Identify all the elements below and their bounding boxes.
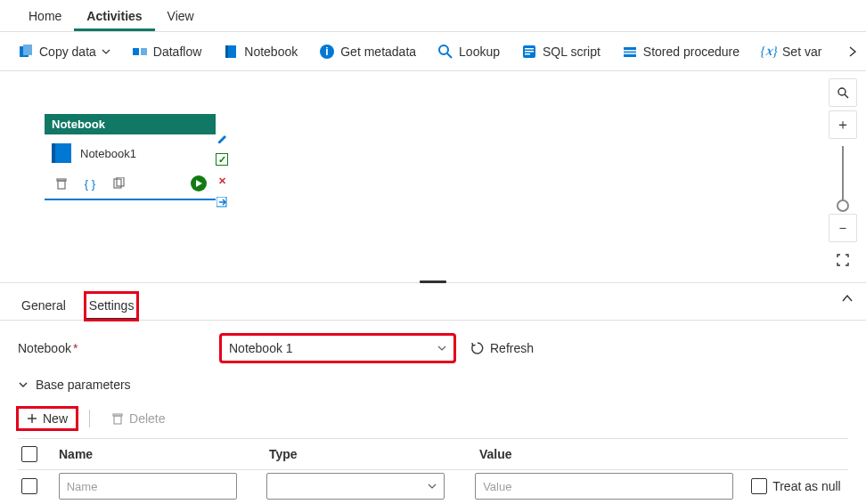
select-all-checkbox[interactable] <box>21 446 37 462</box>
run-icon[interactable] <box>191 175 207 191</box>
refresh-label: Refresh <box>490 341 534 355</box>
button-label: Delete <box>129 411 165 426</box>
toolbar-scroll-right[interactable] <box>845 32 861 70</box>
notebook-icon <box>223 44 239 60</box>
dropdown-value: Notebook 1 <box>229 341 293 355</box>
toolbar-label: Copy data <box>39 45 96 59</box>
node-title: Notebook1 <box>80 147 136 160</box>
toolbar-label: SQL script <box>543 45 600 59</box>
param-buttons-row: New Delete <box>0 395 866 438</box>
svg-rect-29 <box>114 416 121 424</box>
stored-proc-icon <box>622 44 638 60</box>
node-actions: { } <box>45 170 216 199</box>
svg-rect-14 <box>624 47 636 50</box>
toolbar-get-metadata[interactable]: i Get metadata <box>312 40 423 63</box>
chevron-down-icon <box>18 379 29 390</box>
copy-icon[interactable] <box>110 175 127 191</box>
header-value: Value <box>479 447 732 461</box>
toolbar-dataflow[interactable]: Dataflow <box>125 40 208 63</box>
toolbar-stored-procedure[interactable]: Stored procedure <box>615 40 747 63</box>
plus-icon <box>27 413 37 424</box>
toolbar-lookup[interactable]: Lookup <box>430 40 507 63</box>
svg-rect-2 <box>133 48 139 55</box>
pipeline-canvas[interactable]: Notebook Notebook1 { } ✓ ✕ <box>0 71 866 283</box>
nav-tab-activities[interactable]: Activities <box>74 2 154 31</box>
chevron-down-icon <box>102 47 110 56</box>
svg-rect-18 <box>57 179 66 181</box>
header-name: Name <box>59 447 251 461</box>
svg-rect-16 <box>624 54 636 57</box>
properties-panel: General Settings Notebook* Notebook 1 Re… <box>0 283 866 502</box>
toolbar-label: Notebook <box>244 45 298 59</box>
svg-rect-15 <box>624 51 636 53</box>
svg-point-8 <box>439 45 448 54</box>
value-input[interactable]: Value <box>475 473 733 500</box>
zoom-out-button[interactable]: － <box>829 214 857 242</box>
row-checkbox[interactable] <box>21 478 37 494</box>
cell-name: Name <box>59 473 249 500</box>
panel-tab-settings[interactable]: Settings <box>86 293 138 320</box>
cell-value: Value <box>475 473 733 500</box>
table-row: Name Value Treat as null <box>18 470 848 502</box>
search-icon <box>437 44 453 60</box>
nav-tab-view[interactable]: View <box>155 2 207 31</box>
copy-data-icon <box>18 44 34 60</box>
canvas-zoom-tools: ＋ － <box>829 78 857 274</box>
panel-tab-general[interactable]: General <box>18 293 69 320</box>
refresh-button[interactable]: Refresh <box>470 341 534 355</box>
svg-rect-11 <box>525 48 534 50</box>
svg-text:i: i <box>326 45 329 58</box>
select-all-column <box>18 446 41 462</box>
edit-icon[interactable] <box>216 132 228 144</box>
toolbar-label: Set var <box>782 45 821 59</box>
toolbar-sql-script[interactable]: SQL script <box>514 40 608 63</box>
zoom-slider-handle[interactable] <box>837 199 849 212</box>
fullscreen-icon[interactable] <box>829 246 857 274</box>
sql-icon <box>521 44 537 60</box>
panel-collapse-button[interactable] <box>841 294 854 303</box>
nav-tab-home[interactable]: Home <box>16 2 74 31</box>
toolbar-label: Stored procedure <box>643 45 739 59</box>
refresh-icon <box>470 341 485 355</box>
fail-connector-icon[interactable]: ✕ <box>216 175 228 187</box>
svg-rect-1 <box>23 45 32 55</box>
zoom-slider-track[interactable] <box>842 146 844 207</box>
canvas-search-button[interactable] <box>829 78 857 107</box>
parameters-table: Name Type Value Name Value Treat as n <box>0 438 866 502</box>
svg-rect-30 <box>113 414 122 416</box>
node-body: Notebook1 <box>45 134 216 170</box>
svg-line-25 <box>845 94 848 98</box>
cell-null: Treat as null <box>751 478 848 494</box>
chevron-down-icon <box>437 344 446 353</box>
toolbar-notebook[interactable]: Notebook <box>216 40 305 63</box>
delete-icon[interactable] <box>53 175 69 191</box>
button-label: New <box>43 411 68 426</box>
name-input[interactable]: Name <box>59 473 237 500</box>
null-label: Treat as null <box>772 479 841 493</box>
completion-connector-icon[interactable] <box>216 196 228 208</box>
toolbar-set-variable[interactable]: {𝑥} Set var <box>754 40 829 63</box>
row-select-column <box>18 478 41 494</box>
svg-rect-12 <box>525 51 534 53</box>
success-connector-icon[interactable]: ✓ <box>216 153 228 166</box>
zoom-in-button[interactable]: ＋ <box>829 110 857 139</box>
activity-node-notebook[interactable]: Notebook Notebook1 { } <box>45 114 216 200</box>
trash-icon <box>111 412 124 425</box>
notebook-field-row: Notebook* Notebook 1 Refresh <box>0 321 866 362</box>
notebook-dropdown[interactable]: Notebook 1 <box>221 335 454 362</box>
toolbar-label: Dataflow <box>153 45 201 59</box>
base-parameters-toggle[interactable]: Base parameters <box>0 362 866 395</box>
toolbar-copy-data[interactable]: Copy data <box>11 40 118 63</box>
treat-as-null-checkbox[interactable] <box>751 478 767 494</box>
cell-type <box>266 473 457 500</box>
main-nav-tabs: Home Activities View <box>0 0 866 32</box>
notebook-label: Notebook* <box>18 341 205 355</box>
new-button[interactable]: New <box>18 408 77 429</box>
delete-button[interactable]: Delete <box>102 408 174 429</box>
svg-line-9 <box>447 53 452 58</box>
type-dropdown[interactable] <box>266 473 445 500</box>
toolbar-label: Get metadata <box>340 45 416 59</box>
code-braces-icon[interactable]: { } <box>82 175 98 191</box>
svg-rect-3 <box>141 48 147 55</box>
header-type: Type <box>269 447 462 461</box>
